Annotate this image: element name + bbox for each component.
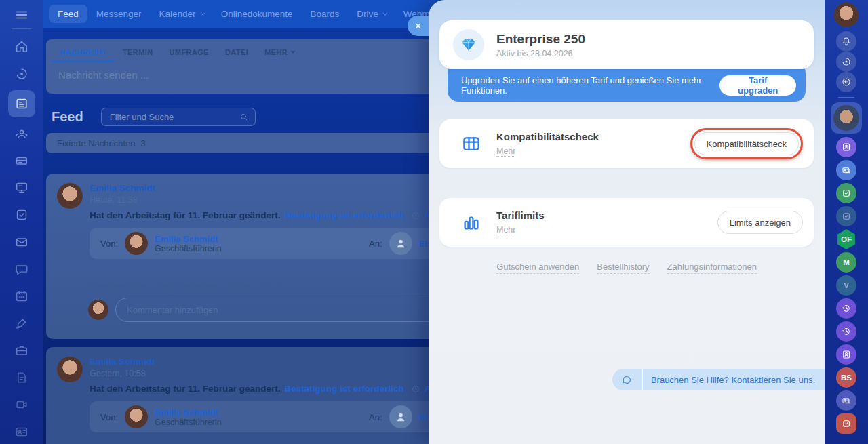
boards-icon[interactable]: [8, 177, 35, 199]
tab-mehr[interactable]: MEHR: [256, 41, 303, 62]
avatar[interactable]: [125, 405, 148, 428]
pinned-count: 3: [141, 138, 146, 148]
drive-icon[interactable]: [8, 150, 35, 171]
von-role: Geschäftsführerin: [155, 244, 222, 254]
esign-icon[interactable]: [8, 312, 35, 334]
clock-icon: [411, 211, 420, 220]
avatar[interactable]: [57, 183, 83, 209]
nav-item-boards[interactable]: Boards: [301, 5, 348, 23]
upgrade-text: Upgraden Sie auf einen höheren Tarif und…: [461, 75, 719, 96]
more-action[interactable]: Mehr: [230, 281, 250, 291]
eye-icon: [262, 281, 273, 291]
post-author[interactable]: Emilia Schmidt: [90, 183, 155, 193]
chat-badge-contact[interactable]: [836, 137, 856, 157]
upgrade-button[interactable]: Tarif upgraden: [719, 75, 796, 96]
highlight-annotation: Kompatibilitätscheck: [690, 128, 804, 159]
chat-badge-history-2[interactable]: [836, 321, 856, 342]
tab-termin[interactable]: TERMIN: [115, 41, 161, 62]
von-label: Von:: [100, 412, 118, 422]
avatar[interactable]: [389, 232, 412, 255]
nav-item-onlinedokumente[interactable]: Onlinedokumente: [212, 5, 302, 23]
search-input[interactable]: [110, 112, 239, 122]
employees-icon[interactable]: [8, 123, 35, 144]
feed-icon[interactable]: [8, 90, 35, 117]
plan-name: Enterprise 250: [496, 32, 585, 47]
confirmation-link[interactable]: Bestätigung ist erforderlich: [285, 210, 404, 220]
dropdown-triangle-icon: [291, 51, 295, 54]
panel-link-gutschein-anwenden[interactable]: Gutschein anwenden: [496, 262, 579, 274]
chat-badge-task-2[interactable]: [836, 206, 856, 226]
pinned-label: Fixierte Nachrichten: [57, 138, 136, 148]
nav-item-drive[interactable]: Drive: [348, 5, 395, 23]
von-name[interactable]: Emilia Schmidt: [155, 234, 222, 244]
chat-icon[interactable]: [8, 258, 35, 280]
post-body: Hat den Arbeitstag für 11. Februar geänd…: [90, 210, 281, 220]
close-panel-button[interactable]: ✕: [408, 16, 429, 36]
avatar[interactable]: [125, 232, 148, 255]
card-more-link[interactable]: Mehr: [496, 225, 515, 235]
user-avatar[interactable]: [834, 3, 859, 27]
panel-link-zahlungsinformationen[interactable]: Zahlungsinformationen: [667, 262, 757, 274]
avatar[interactable]: [389, 405, 412, 428]
chat-badge-task[interactable]: [836, 183, 856, 203]
comment-action[interactable]: Kommentieren: [90, 281, 147, 291]
video-icon[interactable]: [8, 394, 35, 416]
tab-datei[interactable]: DATEI: [217, 41, 256, 62]
menu-icon[interactable]: [14, 7, 29, 22]
chat-badge-contact-2[interactable]: [836, 344, 856, 365]
transfer-chat-icon[interactable]: [836, 72, 856, 92]
chat-badge-bs[interactable]: BS: [836, 367, 856, 388]
chevron-down-icon: [382, 11, 387, 16]
right-rail: OFMVBS: [825, 0, 868, 444]
tab-umfrage[interactable]: UMFRAGE: [161, 41, 217, 62]
unfollow-action[interactable]: Nicht verfolgen: [159, 281, 218, 291]
diamond-icon: [460, 36, 477, 54]
active-chat-avatar[interactable]: [831, 102, 862, 134]
an-label: An:: [369, 412, 382, 422]
search-icon: [239, 112, 249, 122]
calendar-icon[interactable]: [8, 285, 35, 307]
card-more-link[interactable]: Mehr: [496, 146, 515, 157]
page-title: Feed: [52, 109, 83, 125]
panel-link-bestellhistory[interactable]: Bestellhistory: [597, 262, 649, 274]
nav-item-messenger[interactable]: Messenger: [87, 5, 151, 23]
chat-badge-history[interactable]: [836, 298, 856, 319]
plan-card: Enterprise 250 Aktiv bis 28.04.2026: [439, 20, 814, 69]
bar-chart-icon: [461, 212, 481, 233]
person-icon: [394, 410, 408, 424]
post-author[interactable]: Emilia Schmidt: [90, 357, 155, 367]
copilot-icon[interactable]: [8, 63, 35, 85]
von-name[interactable]: Emilia Schmidt: [155, 407, 222, 418]
view-count: 1: [276, 281, 281, 291]
nav-item-kalender[interactable]: Kalender: [151, 5, 212, 23]
chat-badge-task-3[interactable]: [836, 413, 856, 434]
show-limits-button[interactable]: Limits anzeigen: [717, 211, 803, 234]
tab-nachricht[interactable]: NACHRICHT: [52, 41, 115, 62]
crm-icon[interactable]: [8, 421, 35, 443]
feed-search[interactable]: [101, 108, 256, 126]
notifications-icon[interactable]: [836, 31, 856, 52]
plan-icon-circle: [453, 29, 484, 60]
chat-badge-card-2[interactable]: [836, 390, 856, 411]
compatibility-check-button[interactable]: Kompatibilitätscheck: [694, 132, 800, 155]
tasks-icon[interactable]: [8, 204, 35, 226]
help-text: Brauchen Sie Hilfe? Kontaktieren Sie uns…: [643, 375, 825, 385]
an-label: An:: [369, 239, 382, 249]
copilot-icon[interactable]: [836, 52, 856, 72]
chat-badge-m[interactable]: M: [836, 252, 856, 273]
rail-divider: [838, 97, 854, 98]
compatibility-card: Kompatibilitätscheck Mehr Kompatibilität…: [439, 119, 814, 168]
confirmation-link[interactable]: Bestätigung ist erforderlich: [285, 384, 404, 394]
help-contact-pill[interactable]: Brauchen Sie Hilfe? Kontaktieren Sie uns…: [612, 369, 825, 390]
avatar[interactable]: [57, 357, 83, 382]
chat-badge-of[interactable]: OF: [836, 229, 856, 249]
mail-icon[interactable]: [8, 231, 35, 253]
home-icon[interactable]: [8, 36, 35, 58]
post-time: Gestern, 10:58: [90, 369, 146, 378]
nav-item-feed[interactable]: Feed: [49, 5, 87, 23]
chat-badge-card[interactable]: [836, 160, 856, 180]
chat-badge-v[interactable]: V: [836, 275, 856, 296]
documents-icon[interactable]: [8, 367, 35, 388]
von-role: Geschäftsführerin: [155, 418, 222, 427]
workspaces-icon[interactable]: [8, 340, 35, 361]
